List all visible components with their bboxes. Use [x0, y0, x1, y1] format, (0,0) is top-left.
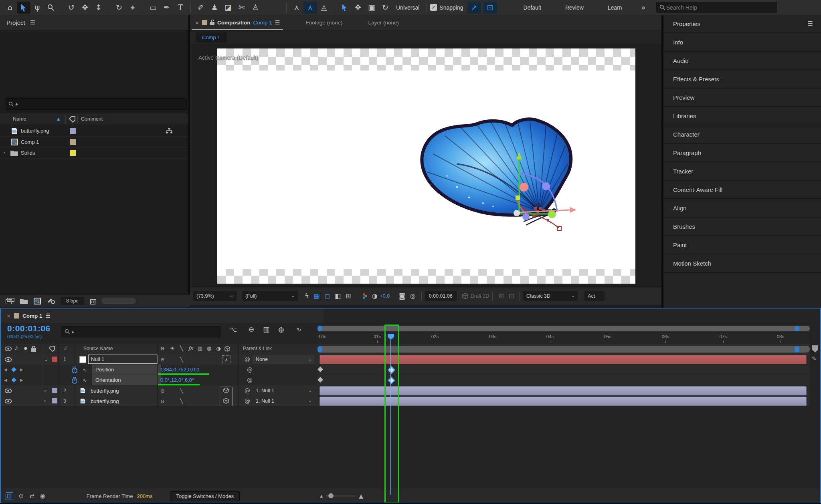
selection-tool[interactable] — [17, 2, 30, 14]
3d-transform-gizmo[interactable] — [474, 149, 579, 243]
composition-mini-flowchart-icon[interactable]: ⌥ — [229, 326, 237, 333]
property-name[interactable]: Position — [92, 365, 161, 375]
interpret-footage-icon[interactable] — [6, 298, 14, 304]
3d-column-icon[interactable] — [224, 346, 230, 352]
column-divider[interactable] — [77, 115, 78, 123]
comp-subtab[interactable]: Comp 1 — [196, 32, 227, 42]
mask-visibility-icon[interactable]: ◧ — [335, 292, 341, 300]
show-snapshot-icon[interactable]: ◎ — [410, 292, 416, 300]
3d-switch[interactable]: ⋏ — [222, 355, 231, 364]
roto-brush-tool[interactable]: ✄ — [235, 2, 249, 14]
layer-name[interactable]: butterfly.png — [91, 396, 119, 406]
eraser-tool[interactable]: ◪ — [221, 2, 235, 14]
panel-tab-effects-presets[interactable]: Effects & Presets — [663, 70, 821, 89]
layer-color-swatch[interactable] — [52, 398, 57, 403]
label-column-icon[interactable] — [69, 116, 75, 123]
rotate-y-ring[interactable] — [520, 173, 557, 212]
expand-icon[interactable]: › — [44, 396, 46, 406]
pickwhip-icon[interactable]: @ — [247, 365, 253, 375]
expand-icon[interactable]: › — [44, 385, 46, 396]
parent-dropdown[interactable]: 1. Null 1 ⌄ — [253, 397, 314, 405]
panel-tab-libraries[interactable]: Libraries — [663, 107, 821, 125]
keyframe-next-icon[interactable]: ▶ — [20, 365, 23, 375]
local-axis-mode[interactable]: ⋏ — [290, 2, 303, 14]
panel-menu-icon[interactable]: ☰ — [808, 21, 813, 27]
project-row-solids[interactable]: › Solids — [0, 147, 188, 159]
channel-icon[interactable] — [363, 293, 367, 299]
eye-icon[interactable] — [5, 399, 12, 403]
shy-switch[interactable]: ⊖ — [160, 385, 165, 396]
panel-tab-character[interactable]: Character — [663, 125, 821, 144]
panel-tab-properties[interactable]: Properties ☰ — [663, 15, 821, 33]
work-area-end-handle[interactable] — [795, 346, 799, 353]
collapse-column-icon[interactable]: ☀ — [170, 346, 175, 351]
tab-composition[interactable]: × Composition Comp 1 ☰ — [190, 15, 285, 30]
panel-tab-motion-sketch[interactable]: Motion Sketch — [663, 254, 821, 273]
tab-footage[interactable]: Footage (none) — [301, 15, 347, 30]
expand-layers-icon[interactable]: ⇄ — [29, 493, 34, 499]
anchor-point[interactable] — [514, 210, 520, 216]
keyframe-toggle-icon[interactable] — [11, 377, 16, 383]
keyframe-next-icon[interactable]: ▶ — [20, 375, 23, 385]
panel-tab-preview[interactable]: Preview — [663, 89, 821, 107]
unlock-icon[interactable] — [210, 20, 214, 25]
column-divider[interactable] — [65, 115, 66, 123]
view-layout-dropdown[interactable]: Act — [584, 291, 605, 301]
view-axis-mode[interactable]: ◬ — [317, 2, 331, 14]
frame-blend-column-icon[interactable]: ▥ — [198, 346, 202, 351]
panel-tab-align[interactable]: Align — [663, 199, 821, 218]
hand-tool[interactable]: ψ — [30, 2, 44, 14]
exposure-icon[interactable]: ◑ — [372, 292, 378, 300]
column-divider[interactable] — [157, 343, 158, 407]
label-swatch[interactable] — [70, 150, 76, 156]
workspace-overflow-icon[interactable]: » — [641, 4, 646, 11]
take-snapshot-icon[interactable]: ◙ — [399, 292, 405, 300]
shy-column-icon[interactable]: ⊖ — [160, 346, 165, 351]
layer-color-swatch[interactable] — [52, 388, 57, 393]
shy-switch[interactable]: ⊖ — [160, 396, 165, 406]
panel-tab-content-aware-fill[interactable]: Content-Aware Fill — [663, 181, 821, 199]
live-update-icon[interactable]: ⊡ — [6, 492, 13, 500]
gizmo-position-mode[interactable]: ✥ — [351, 2, 365, 14]
quality-brush-icon[interactable]: ✎ — [812, 356, 817, 361]
camera-person-icon[interactable]: ◉ — [40, 493, 45, 499]
rectangle-tool[interactable]: ▭ — [146, 2, 160, 14]
navigator-end-handle[interactable] — [795, 326, 799, 331]
snapping-checkbox[interactable]: ✓ — [430, 4, 437, 11]
close-icon[interactable]: × — [6, 313, 11, 319]
workspace-review[interactable]: Review — [565, 4, 584, 11]
help-search[interactable] — [656, 2, 777, 13]
graph-toggle-icon[interactable]: ∿ — [83, 365, 87, 375]
magnification-dropdown[interactable]: (73,9%) ⌄ — [193, 291, 237, 301]
tab-layer[interactable]: Layer (none) — [364, 15, 404, 30]
comp-marker-button[interactable] — [812, 345, 818, 353]
parent-dropdown[interactable]: None ⌄ — [253, 355, 314, 364]
x-rotate-handle[interactable] — [520, 183, 528, 192]
panel-menu-icon[interactable]: ☰ — [30, 20, 35, 26]
zoom-tool[interactable] — [44, 2, 58, 14]
property-name[interactable]: Orientation — [92, 375, 161, 385]
panel-tab-paragraph[interactable]: Paragraph — [663, 144, 821, 162]
new-composition-icon[interactable] — [33, 298, 41, 304]
type-tool[interactable]: T — [174, 2, 187, 14]
motion-blur-icon[interactable]: ◍ — [278, 326, 284, 333]
current-timecode[interactable]: 0:00:01:06 — [7, 324, 51, 333]
xy-plane-handle[interactable] — [522, 213, 530, 220]
column-comment[interactable]: Comment — [81, 116, 103, 122]
keyframe-toggle-icon[interactable] — [11, 367, 16, 372]
quality-switch[interactable]: ╲ — [180, 385, 183, 396]
frame-blending-icon[interactable]: ▥ — [263, 326, 269, 333]
layer-name-selected[interactable]: Null 1 — [88, 355, 158, 364]
layer-row-butterfly-2[interactable]: › 2 butterfly.png ⊖ ╲ @ 1. Null 1 ⌄ — [1, 385, 317, 396]
rotation-tool[interactable]: ↻ — [112, 2, 126, 14]
draft-3d-toggle[interactable]: Draft 3D — [462, 293, 489, 299]
layer-row-butterfly-3[interactable]: › 3 butterfly.png ⊖ ╲ @ 1. Null 1 ⌄ — [1, 396, 317, 407]
column-divider[interactable] — [42, 343, 42, 407]
adjustment-column-icon[interactable]: ◑ — [216, 346, 220, 351]
home-icon[interactable]: ⌂ — [3, 2, 17, 14]
audio-column-icon[interactable]: ♪ — [14, 346, 18, 351]
label-swatch[interactable] — [70, 139, 76, 145]
graph-toggle-icon[interactable]: ∿ — [83, 375, 87, 385]
layer-name[interactable]: butterfly.png — [91, 385, 119, 396]
new-folder-icon[interactable] — [20, 298, 28, 304]
